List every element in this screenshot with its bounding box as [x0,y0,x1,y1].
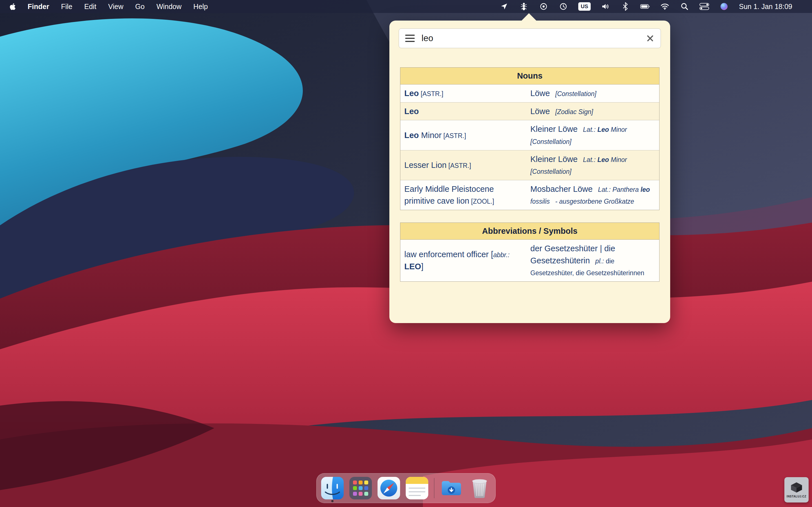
menu-edit[interactable]: Edit [84,3,96,11]
menu-file[interactable]: File [61,3,72,11]
menu-help[interactable]: Help [193,3,208,11]
watermark-text: INSTALUJ.CZ [786,495,806,498]
running-indicator [331,500,334,502]
search-input[interactable] [421,33,646,43]
wifi-icon[interactable] [660,2,670,11]
dock-downloads-icon[interactable] [440,477,463,499]
airplay-icon[interactable] [539,2,548,11]
dock-safari-icon[interactable] [377,477,400,499]
dictionary-row[interactable]: Lesser Lion [ASTR.]Kleiner Löwe Lat.: Le… [400,151,659,180]
leo-dictionary-icon[interactable] [519,2,529,11]
dock-trash-icon[interactable] [468,477,491,499]
apple-menu-icon[interactable] [10,3,16,10]
dock-launchpad-icon[interactable] [349,477,372,499]
dock [316,473,496,503]
leo-dictionary-popover: Nouns Leo [ASTR.]Löwe [Constellation]Leo… [389,20,670,323]
menu-view[interactable]: View [108,3,123,11]
volume-icon[interactable] [601,2,610,11]
section-rows: Leo [ASTR.]Löwe [Constellation]LeoLöwe [… [400,84,659,210]
menu-bar-clock[interactable]: Sun 1. Jan 18:09 [739,3,792,11]
instaluj-watermark: INSTALUJ.CZ [784,477,809,503]
menu-bar: Finder File Edit View Go Window Help [0,0,812,13]
bluetooth-icon[interactable] [620,2,630,11]
section-title: Abbreviations / Symbols [400,223,659,240]
active-app-name[interactable]: Finder [28,3,49,11]
dictionary-row[interactable]: Leo [ASTR.]Löwe [Constellation] [400,84,659,103]
section-abbreviations: Abbreviations / Symbols law enforcement … [400,223,659,282]
menu-go[interactable]: Go [135,3,145,11]
section-rows: law enforcement officer [abbr.: LEO]der … [400,240,659,281]
dock-finder-icon[interactable] [321,477,344,499]
siri-icon[interactable] [719,2,729,11]
menu-button[interactable] [405,35,415,42]
time-machine-icon[interactable] [559,2,568,11]
control-center-icon[interactable] [700,2,709,11]
menu-bar-left: Finder File Edit View Go Window Help [0,3,208,11]
search-bar [399,29,661,48]
menu-bar-status-area: US [499,2,812,11]
dictionary-row[interactable]: law enforcement officer [abbr.: LEO]der … [400,240,659,281]
menu-window[interactable]: Window [156,3,182,11]
input-source-badge[interactable]: US [578,2,591,11]
spotlight-icon[interactable] [680,2,689,11]
clear-search-button[interactable] [646,34,654,43]
location-icon[interactable] [499,2,509,11]
popover-arrow [522,13,536,20]
results-area: Nouns Leo [ASTR.]Löwe [Constellation]Leo… [389,67,670,282]
dictionary-row[interactable]: Early Middle Pleistocene primitive cave … [400,180,659,210]
section-nouns: Nouns Leo [ASTR.]Löwe [Constellation]Leo… [400,67,659,210]
instaluj-logo-icon [790,482,803,493]
dictionary-row[interactable]: LeoLöwe [Zodiac Sign] [400,103,659,121]
section-title: Nouns [400,68,659,84]
dock-notes-icon[interactable] [406,477,428,499]
dock-separator [434,478,435,498]
battery-icon[interactable] [640,2,650,11]
dictionary-row[interactable]: Leo Minor [ASTR.]Kleiner Löwe Lat.: Leo … [400,120,659,150]
